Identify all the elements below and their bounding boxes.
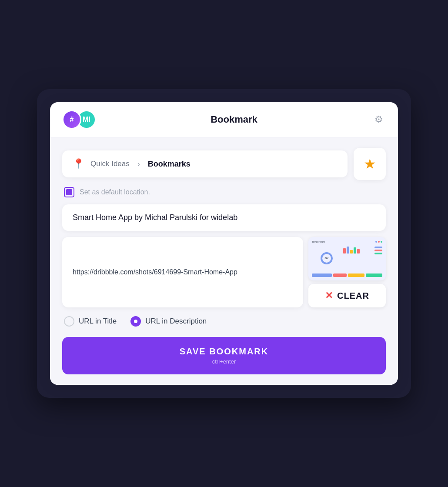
location-row: 📍 Quick Ideas › Bookmarks ★ [62,148,386,180]
settings-button[interactable]: ⚙ [372,111,386,128]
radio-label-title: URL in Title [79,317,117,326]
radio-inner-description [134,320,137,323]
avatar-hash: # [62,110,81,129]
avatars: # MI [62,110,96,129]
mini-dashboard: Temperature 30° [308,237,386,280]
default-location-label: Set as default location. [80,188,150,196]
title-input[interactable] [73,213,375,222]
radio-url-in-title[interactable]: URL in Title [64,316,117,327]
main-content: 📍 Quick Ideas › Bookmarks ★ Set as defau… [50,137,398,385]
url-thumbnail: Temperature 30° [308,237,386,280]
clear-button[interactable]: ✕ CLEAR [308,284,386,307]
radio-row: URL in Title URL in Description [62,316,386,327]
radio-url-in-description[interactable]: URL in Description [130,316,207,327]
checkbox-inner [66,189,72,195]
bookmark-card: # MI Bookmark ⚙ 📍 Quick Ideas › Bookmark… [50,102,398,385]
radio-outer-description [130,316,141,327]
location-current: Bookmarks [148,160,191,169]
radio-outer-title [64,316,74,327]
star-card[interactable]: ★ [354,148,386,180]
page-title: Bookmark [96,114,372,125]
save-bookmark-button[interactable]: SAVE BOOKMARK ctrl+enter [62,337,386,374]
gear-icon: ⚙ [374,114,383,125]
radio-label-description: URL in Description [145,317,207,326]
default-location-row: Set as default location. [62,187,386,197]
save-bookmark-shortcut: ctrl+enter [212,358,236,365]
star-icon: ★ [364,156,376,172]
location-pin-icon: 📍 [73,158,84,170]
outer-wrapper: # MI Bookmark ⚙ 📍 Quick Ideas › Bookmark… [37,89,411,398]
save-bookmark-label: SAVE BOOKMARK [180,347,269,357]
chevron-right-icon: › [137,160,140,169]
url-input-card: https://dribbble.com/shots/6914699-Smart… [62,237,303,307]
location-card[interactable]: 📍 Quick Ideas › Bookmarks [62,150,348,177]
default-location-checkbox[interactable] [64,187,74,197]
title-input-card [62,204,386,231]
url-row: https://dribbble.com/shots/6914699-Smart… [62,237,386,307]
header: # MI Bookmark ⚙ [50,102,398,137]
url-preview-col: Temperature 30° [308,237,386,307]
location-parent: Quick Ideas [90,160,130,168]
clear-x-icon: ✕ [325,290,333,301]
url-text: https://dribbble.com/shots/6914699-Smart… [73,267,237,277]
clear-label: CLEAR [337,291,369,301]
